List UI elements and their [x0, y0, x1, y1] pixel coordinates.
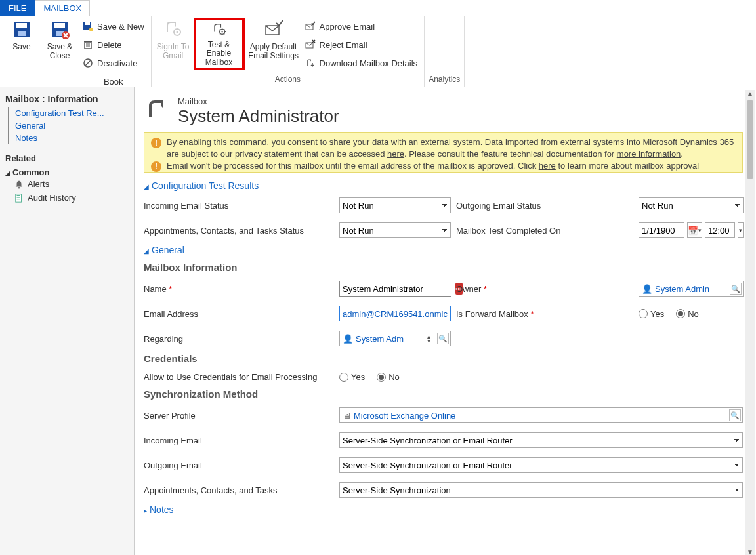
sidebar-item-alerts[interactable]: Alerts: [5, 177, 129, 191]
owner-lookup[interactable]: 👤 System Admin 🔍: [639, 281, 744, 297]
book-button[interactable]: Book: [80, 74, 147, 89]
incoming-status-select[interactable]: Not Run: [339, 197, 451, 213]
label-allow-creds: Allow to Use Credentials for Email Proce…: [144, 372, 334, 382]
warning-icon: !: [151, 161, 161, 172]
svg-rect-4: [54, 23, 65, 28]
sidebar-common-header[interactable]: Common: [5, 167, 129, 177]
label-appt-tasks: Appointments, Contacts, and Tasks: [144, 485, 334, 495]
privacy-here-link[interactable]: here: [387, 149, 404, 159]
forward-yes-radio[interactable]: [639, 309, 648, 318]
label-incoming-email: Incoming Email: [144, 436, 334, 445]
label-test-completed: Mailbox Test Completed On: [456, 226, 633, 236]
sidebar-link-notes[interactable]: Notes: [8, 132, 129, 144]
sidebar-link-config[interactable]: Configuration Test Re...: [8, 107, 129, 119]
email-input[interactable]: admin@CRM169541.onmic: [339, 306, 451, 321]
sidebar-item-audit[interactable]: Audit History: [5, 191, 129, 205]
download-details-button[interactable]: Download Mailbox Details: [303, 56, 421, 70]
section-config-results[interactable]: ◢Configuration Test Results: [144, 180, 743, 191]
person-icon: 👤: [642, 284, 652, 294]
delete-icon: [83, 39, 93, 50]
svg-point-9: [89, 28, 93, 31]
svg-point-18: [176, 31, 178, 33]
section-general[interactable]: ◢General: [144, 245, 743, 255]
label-regarding: Regarding: [144, 334, 334, 344]
label-incoming-status: Incoming Email Status: [144, 201, 334, 211]
scroll-down-icon[interactable]: ▼: [747, 548, 753, 555]
approval-here-link[interactable]: here: [539, 161, 556, 171]
forward-radio-group: Yes No: [639, 309, 744, 319]
sidebar-link-general[interactable]: General: [8, 119, 129, 132]
save-new-icon: [83, 21, 93, 31]
subsection-credentials: Credentials: [144, 353, 743, 364]
forward-no-radio[interactable]: [676, 309, 685, 318]
label-forward: Is Forward Mailbox: [456, 309, 633, 319]
lookup-search-icon[interactable]: 🔍: [437, 333, 449, 344]
label-owner: Owner: [456, 284, 633, 294]
reject-icon: [305, 39, 316, 50]
ribbon-group-label-analytics: Analytics: [429, 73, 460, 87]
svg-rect-25: [16, 194, 22, 201]
page-entity-type: Mailbox: [178, 96, 339, 106]
label-email: Email Address: [144, 309, 334, 319]
apply-default-email-button[interactable]: Apply Default Email Settings: [247, 18, 300, 70]
more-info-link[interactable]: more information: [617, 149, 681, 159]
svg-rect-11: [84, 41, 92, 42]
test-date-input[interactable]: [639, 222, 684, 238]
deactivate-button[interactable]: Deactivate: [80, 56, 147, 70]
warning-bar: ! By enabling this command, you consent …: [144, 132, 743, 173]
save-close-button[interactable]: Save & Close: [42, 18, 77, 70]
time-picker-button[interactable]: ▾: [738, 222, 744, 238]
tab-mailbox[interactable]: MAILBOX: [35, 0, 90, 16]
email-check-icon: [263, 19, 284, 40]
scrollbar[interactable]: ▲ ▼: [746, 90, 755, 555]
save-icon: [11, 19, 32, 40]
save-new-button[interactable]: Save & New: [80, 19, 147, 33]
delete-button[interactable]: Delete: [80, 37, 147, 52]
warning-icon: !: [151, 138, 161, 148]
page-title: System Administrator: [178, 106, 339, 127]
name-field-wrapper: •••: [339, 281, 451, 297]
svg-point-24: [18, 186, 20, 188]
incoming-email-select[interactable]: Server-Side Synchronization or Email Rou…: [339, 432, 743, 448]
appt-status-select[interactable]: Not Run: [339, 222, 451, 238]
deactivate-icon: [83, 58, 93, 68]
label-server-profile: Server Profile: [144, 411, 334, 421]
scroll-up-icon[interactable]: ▲: [747, 90, 753, 97]
outgoing-email-select[interactable]: Server-Side Synchronization or Email Rou…: [339, 457, 743, 473]
regarding-lookup[interactable]: 👤 System Adm ▴▾ 🔍: [339, 331, 451, 346]
test-time-input[interactable]: [705, 222, 735, 238]
tab-file[interactable]: FILE: [0, 0, 35, 16]
creds-yes-radio[interactable]: [339, 373, 348, 382]
section-notes[interactable]: ▸Notes: [144, 504, 743, 515]
updown-icon[interactable]: ▴▾: [423, 333, 434, 344]
lookup-search-icon[interactable]: 🔍: [730, 283, 742, 295]
server-icon: 🖥: [343, 411, 351, 421]
appt-tasks-select[interactable]: Server-Side Synchronization: [339, 482, 743, 498]
save-button[interactable]: Save: [4, 18, 39, 70]
bell-icon: [14, 180, 24, 189]
signin-gmail-button[interactable]: SignIn To Gmail: [156, 18, 191, 70]
scroll-thumb[interactable]: [747, 100, 753, 179]
label-name: Name: [144, 284, 334, 294]
name-input[interactable]: [340, 281, 455, 296]
person-icon: 👤: [343, 334, 353, 344]
server-profile-lookup[interactable]: 🖥 Microsoft Exchange Online 🔍: [339, 407, 743, 423]
creds-no-radio[interactable]: [377, 373, 386, 382]
subsection-mailbox-info: Mailbox Information: [144, 262, 743, 273]
test-enable-mailbox-button[interactable]: Test & Enable Mailbox: [194, 18, 245, 70]
save-close-icon: [49, 19, 70, 40]
gmail-icon: [163, 19, 184, 40]
svg-rect-8: [85, 22, 90, 25]
approve-icon: [305, 21, 316, 31]
mailbox-icon: [144, 96, 170, 123]
reject-email-button[interactable]: Reject Email: [303, 37, 421, 52]
outgoing-status-select[interactable]: Not Run: [639, 197, 744, 213]
approve-email-button[interactable]: Approve Email: [303, 19, 421, 33]
svg-line-16: [85, 60, 91, 66]
sidebar-title: Mailbox : Information: [5, 94, 129, 104]
ribbon-group-save: Save Save & Close Save & New Delete Deac…: [0, 16, 152, 87]
svg-point-20: [221, 31, 222, 32]
calendar-button[interactable]: 📅▾: [687, 222, 702, 238]
lookup-search-icon[interactable]: 🔍: [729, 409, 741, 421]
mailbox-gear-icon: [209, 22, 230, 38]
